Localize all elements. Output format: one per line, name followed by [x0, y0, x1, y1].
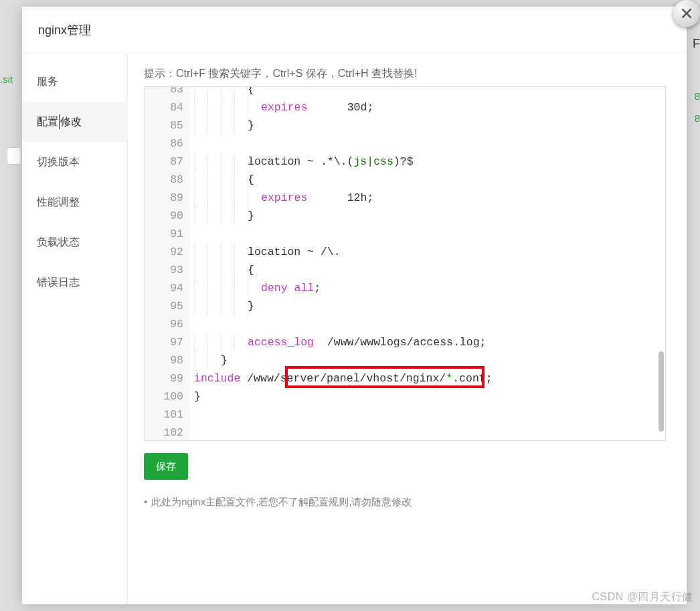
bg-num-2: 8	[695, 112, 700, 124]
bg-box	[7, 147, 20, 165]
bg-text-f: F	[693, 37, 700, 51]
sidebar-item-version[interactable]: 切换版本	[22, 142, 127, 182]
sidebar-item-label: 负载状态	[37, 236, 80, 250]
code-editor[interactable]: 8384858687888990919293949596979899100101…	[144, 86, 666, 441]
line-gutter: 8384858687888990919293949596979899100101…	[145, 86, 190, 441]
close-button[interactable]	[673, 0, 700, 27]
nginx-modal: nginx管理 服务 配置修改 切换版本 性能调整 负载状态 错误日志 提示：C…	[22, 7, 687, 604]
code-pane[interactable]: {expires 30d;}location ~ .*\.(js|css)?${…	[190, 86, 665, 441]
sidebar-item-label: 服务	[37, 75, 58, 89]
bg-text-sit: .sit	[0, 74, 13, 85]
sidebar-item-errorlog[interactable]: 错误日志	[22, 262, 127, 302]
sidebar-item-label: 性能调整	[37, 195, 80, 209]
content-area: 提示：Ctrl+F 搜索关键字，Ctrl+S 保存，Ctrl+H 查找替换! 8…	[128, 54, 687, 604]
sidebar-item-label-pre: 配置	[37, 115, 58, 129]
close-icon	[680, 7, 693, 20]
sidebar-item-performance[interactable]: 性能调整	[22, 182, 127, 222]
editor-body: 8384858687888990919293949596979899100101…	[145, 86, 665, 441]
sidebar-item-config[interactable]: 配置修改	[22, 102, 127, 142]
sidebar-item-service[interactable]: 服务	[22, 62, 127, 102]
save-button[interactable]: 保存	[144, 453, 188, 480]
sidebar-item-label: 错误日志	[37, 276, 80, 290]
sidebar-item-label-post: 修改	[60, 115, 82, 129]
modal-body: 服务 配置修改 切换版本 性能调整 负载状态 错误日志 提示：Ctrl+F 搜索…	[22, 54, 687, 604]
sidebar: 服务 配置修改 切换版本 性能调整 负载状态 错误日志	[22, 54, 128, 604]
text-cursor	[59, 114, 60, 129]
editor-hint: 提示：Ctrl+F 搜索关键字，Ctrl+S 保存，Ctrl+H 查找替换!	[144, 67, 667, 81]
scrollbar-thumb[interactable]	[659, 351, 664, 432]
bg-num-1: 8	[695, 90, 700, 102]
bullet-icon: •	[144, 496, 147, 507]
modal-title: nginx管理	[22, 7, 687, 54]
sidebar-item-load[interactable]: 负载状态	[22, 222, 127, 262]
sidebar-item-label: 切换版本	[37, 155, 80, 169]
config-note: •此处为nginx主配置文件,若您不了解配置规则,请勿随意修改	[144, 496, 667, 509]
note-text: 此处为nginx主配置文件,若您不了解配置规则,请勿随意修改	[151, 496, 412, 507]
